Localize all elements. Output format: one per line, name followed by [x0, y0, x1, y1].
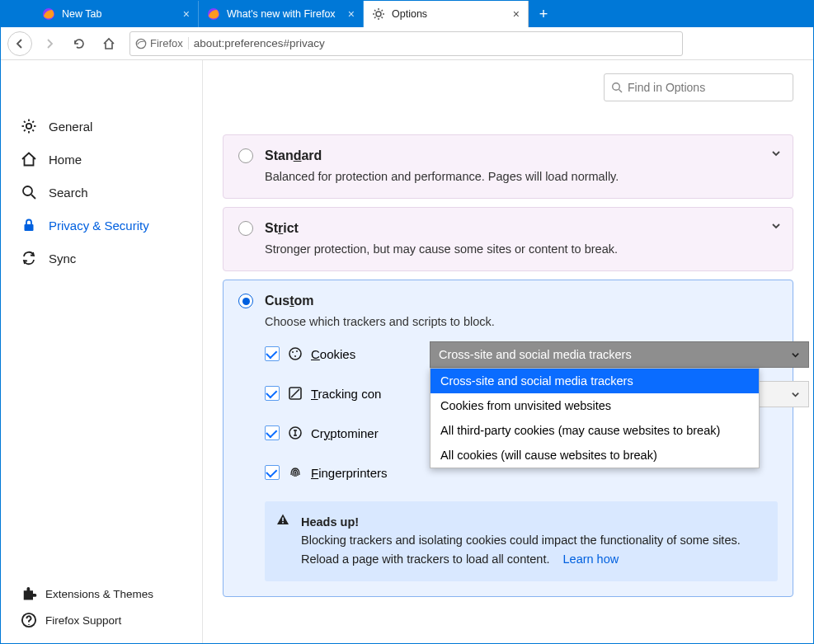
menu-item[interactable]: Cookies from unvisited websites [431, 393, 759, 418]
chevron-down-icon [791, 350, 800, 360]
lock-icon [21, 217, 37, 233]
svg-rect-34 [282, 518, 284, 522]
svg-point-28 [292, 351, 294, 353]
close-icon[interactable]: × [513, 7, 520, 21]
chevron-down-icon[interactable] [771, 147, 781, 162]
svg-line-8 [382, 17, 383, 19]
reload-button[interactable] [67, 31, 92, 56]
tab-label: What's new with Firefox [227, 8, 336, 20]
gear-icon [372, 7, 385, 21]
row-cookies: Cookies Cross-site and social media trac… [265, 346, 778, 361]
radio-strict[interactable] [238, 221, 253, 236]
radio-standard[interactable] [238, 148, 253, 163]
identity-box[interactable]: Firefox [135, 37, 189, 49]
svg-point-21 [23, 186, 32, 195]
svg-line-19 [24, 129, 26, 131]
svg-point-29 [296, 350, 298, 352]
svg-line-18 [32, 129, 34, 131]
firefox-icon [207, 7, 220, 21]
tab-strip: New Tab × What's new with Firefox × Opti… [1, 1, 813, 27]
search-icon [21, 184, 37, 200]
panel-desc: Choose which trackers and scripts to blo… [265, 315, 778, 328]
checkbox-crypto[interactable] [265, 425, 280, 440]
svg-line-10 [382, 10, 383, 12]
sidebar-item-privacy[interactable]: Privacy & Security [14, 209, 189, 242]
heads-body: Blocking trackers and isolating cookies … [301, 534, 741, 565]
panel-title: Standard [265, 148, 322, 163]
checkbox-finger[interactable] [265, 465, 280, 480]
sync-icon [21, 250, 37, 266]
fingerprint-icon [288, 465, 303, 480]
check-label: Cookies [311, 347, 355, 361]
home-button[interactable] [96, 31, 121, 56]
home-icon [21, 151, 37, 167]
panel-desc: Balanced for protection and performance.… [265, 170, 778, 183]
find-in-options[interactable]: Find in Options [604, 73, 793, 101]
radio-custom[interactable] [238, 294, 253, 308]
firefox-gray-icon [135, 38, 147, 49]
sidebar-item-support[interactable]: Firefox Support [14, 607, 189, 633]
panel-custom: Custom Choose which trackers and scripts… [223, 280, 793, 597]
chevron-down-icon[interactable] [771, 219, 781, 234]
menu-item[interactable]: All third-party cookies (may cause websi… [431, 418, 759, 443]
svg-line-22 [31, 195, 35, 199]
tab-options[interactable]: Options × [364, 1, 529, 27]
svg-line-17 [24, 121, 26, 123]
new-tab-button[interactable]: + [529, 1, 558, 27]
sidebar-label: Firefox Support [45, 614, 121, 627]
back-button[interactable] [7, 31, 32, 56]
close-icon[interactable]: × [348, 7, 355, 21]
sidebar-item-search[interactable]: Search [14, 176, 189, 209]
svg-point-12 [26, 124, 31, 129]
cookies-dropdown[interactable]: Cross-site and social media trackers [430, 341, 809, 368]
panel-title: Strict [265, 221, 299, 236]
menu-item[interactable]: Cross-site and social media trackers [431, 369, 759, 393]
sidebar-label: Extensions & Themes [45, 588, 153, 600]
forward-button[interactable] [37, 31, 62, 56]
nav-toolbar: Firefox about:preferences#privacy [1, 27, 813, 60]
checkbox-cookies[interactable] [265, 346, 280, 361]
menu-item[interactable]: All cookies (will cause websites to brea… [431, 443, 759, 468]
check-label: Fingerprinters [311, 466, 388, 480]
warning-icon [276, 513, 289, 531]
preferences-sidebar: General Home Search Privacy & Security S… [1, 60, 203, 643]
panel-strict[interactable]: Strict Stronger protection, but may caus… [223, 207, 793, 271]
check-label: Cryptominer [311, 426, 379, 440]
url-text: about:preferences#privacy [194, 37, 325, 49]
chevron-down-icon [791, 390, 800, 399]
url-bar[interactable]: Firefox about:preferences#privacy [129, 31, 683, 56]
gear-icon [21, 118, 37, 134]
help-icon [21, 612, 37, 628]
sidebar-item-general[interactable]: General [14, 110, 189, 143]
svg-line-32 [291, 389, 299, 397]
checkbox-tracking[interactable] [265, 386, 280, 401]
panel-title: Custom [265, 294, 314, 308]
sidebar-item-home[interactable]: Home [14, 143, 189, 176]
cookie-icon [288, 346, 303, 361]
sidebar-label: Search [49, 186, 88, 200]
tab-whatsnew[interactable]: What's new with Firefox × [199, 1, 364, 27]
search-icon [611, 82, 623, 93]
svg-line-7 [374, 10, 376, 12]
tracking-icon [288, 386, 303, 401]
svg-point-25 [613, 83, 620, 91]
sidebar-item-extensions[interactable]: Extensions & Themes [14, 581, 189, 607]
sidebar-label: Privacy & Security [49, 219, 149, 233]
sidebar-label: Sync [49, 251, 76, 266]
heads-title: Heads up! [301, 515, 359, 529]
sidebar-label: Home [49, 153, 82, 167]
heads-up-banner: Heads up! Blocking trackers and isolatin… [265, 501, 778, 581]
cookies-dropdown-menu: Cross-site and social media trackers Coo… [430, 368, 760, 468]
close-icon[interactable]: × [183, 7, 190, 21]
svg-point-27 [289, 348, 301, 360]
learn-how-link[interactable]: Learn how [563, 552, 619, 566]
sidebar-label: General [49, 120, 92, 134]
svg-rect-23 [25, 224, 34, 231]
sidebar-item-sync[interactable]: Sync [14, 242, 189, 275]
tab-new[interactable]: New Tab × [34, 1, 199, 27]
crypto-icon [288, 425, 303, 440]
svg-point-2 [376, 12, 381, 16]
panel-standard[interactable]: Standard Balanced for protection and per… [223, 134, 793, 199]
main-pane: Find in Options Standard Balanced for pr… [203, 60, 813, 643]
search-placeholder: Find in Options [628, 81, 705, 94]
